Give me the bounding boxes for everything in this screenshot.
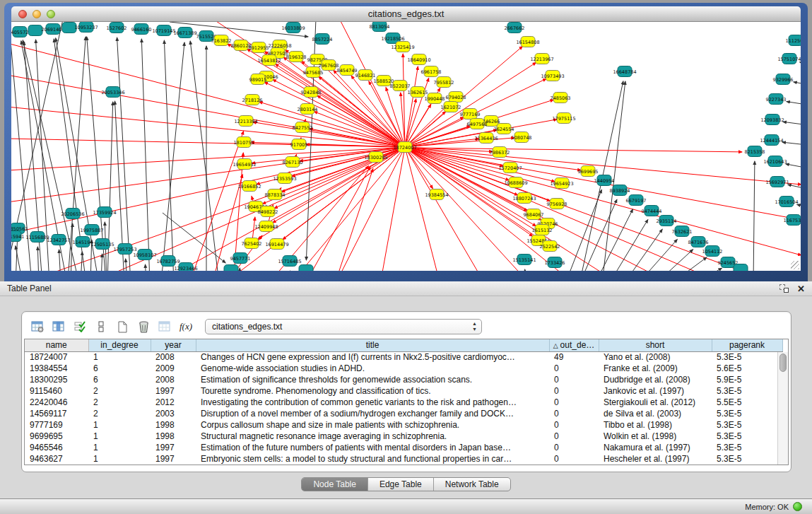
table-cell[interactable]: 5.3E-5 xyxy=(712,453,782,465)
graph-node[interactable]: 9756928 xyxy=(547,199,567,209)
table-row[interactable]: 969969511998Structural magnetic resonanc… xyxy=(25,431,782,442)
table-cell[interactable]: Corpus callosum shape and size in male p… xyxy=(196,419,549,431)
table-cell[interactable]: 2008 xyxy=(151,374,196,385)
citation-network-graph[interactable]: 1405572420691406109532371527602946616010… xyxy=(11,22,801,271)
table-cell[interactable]: 2 xyxy=(88,408,151,419)
graph-node[interactable]: 10953237 xyxy=(74,22,98,33)
graph-node[interactable]: 7955812 xyxy=(434,77,454,88)
table-cell[interactable]: 18724007 xyxy=(25,351,88,363)
table-cell[interactable]: Tourette syndrome. Phenomenology and cla… xyxy=(196,385,549,397)
graph-node[interactable]: 15692971 xyxy=(765,177,789,187)
graph-node[interactable] xyxy=(28,25,42,36)
table-cell[interactable]: 0 xyxy=(549,453,599,465)
graph-node[interactable]: 16914479 xyxy=(265,239,288,250)
graph-node[interactable]: 8454749 xyxy=(337,65,358,76)
graph-node[interactable]: 1733426 xyxy=(545,257,565,268)
graph-node[interactable]: 6794028 xyxy=(446,92,466,103)
graph-node[interactable]: 2935114 xyxy=(657,216,677,226)
table-cell[interactable]: de Silva et al. (2003) xyxy=(599,408,712,419)
graph-node[interactable]: 9466160 xyxy=(131,24,152,35)
graph-node[interactable]: 17359924 xyxy=(93,207,116,218)
table-row[interactable]: 2242004622012Investigating the contribut… xyxy=(25,397,782,408)
table-cell[interactable]: 1 xyxy=(88,431,151,442)
graph-node[interactable]: 7632621 xyxy=(672,226,693,237)
graph-node[interactable]: 16210643 xyxy=(763,156,787,167)
table-cell[interactable]: 5.3E-5 xyxy=(712,385,782,397)
graph-node[interactable]: 1810755 xyxy=(234,137,254,148)
graph-node[interactable]: 19975887 xyxy=(80,225,103,235)
graph-node[interactable]: 10719145 xyxy=(152,25,175,36)
table-cell[interactable]: 1997 xyxy=(151,442,196,453)
graph-node[interactable]: 9457771 xyxy=(230,253,251,264)
table-row[interactable]: 1872400712008Changes of HCN gene express… xyxy=(25,351,782,363)
graph-node[interactable]: 16033809 xyxy=(281,23,305,33)
graph-node[interactable]: 9227343 xyxy=(766,94,787,105)
graph-node[interactable]: 917005 xyxy=(290,139,308,150)
table-cell[interactable]: 5.9E-5 xyxy=(712,374,782,385)
graph-node[interactable]: 1054112 xyxy=(702,246,723,257)
graph-node[interactable]: 8813054 xyxy=(370,22,390,32)
graph-node[interactable]: 12213967 xyxy=(530,54,553,64)
rows-icon[interactable] xyxy=(92,318,110,335)
graph-node[interactable]: 12444154 xyxy=(760,135,783,146)
table-selector-dropdown[interactable]: citations_edges.txt▲▼ xyxy=(205,319,482,334)
graph-node[interactable]: 10688609 xyxy=(504,177,527,188)
table-cell[interactable]: Estimation of the future numbers of pati… xyxy=(196,442,549,453)
graph-node[interactable]: 12353593 xyxy=(273,173,296,184)
graph-node[interactable]: 19654932 xyxy=(233,159,256,170)
new-document-icon[interactable] xyxy=(113,318,131,335)
graph-node[interactable]: 11156889 xyxy=(25,232,49,243)
validate-icon[interactable] xyxy=(71,318,89,335)
table-cell[interactable]: 0 xyxy=(549,408,599,419)
table-row[interactable]: 1938455462009Genome-wide association stu… xyxy=(25,363,782,374)
table-cell[interactable]: Yano et al. (2008) xyxy=(599,351,712,363)
graph-node[interactable]: 1145194 xyxy=(73,237,93,247)
table-cell[interactable]: 1 xyxy=(88,442,151,453)
graph-node[interactable]: 2718126 xyxy=(242,95,263,105)
table-cell[interactable]: 1997 xyxy=(151,453,196,465)
table-cell[interactable]: Franke et al. (2009) xyxy=(599,363,712,374)
graph-node[interactable]: 9146821 xyxy=(355,70,376,81)
function-builder-icon[interactable]: f(x) xyxy=(177,318,195,335)
column-header-out_de[interactable]: △out_de… xyxy=(549,339,599,351)
table-cell[interactable]: Changes of HCN gene expression and I(f) … xyxy=(196,351,549,363)
memory-status-indicator[interactable] xyxy=(793,502,802,511)
delete-icon[interactable] xyxy=(134,318,153,335)
graph-node[interactable]: 19654923 xyxy=(550,178,573,189)
resize-grip-icon[interactable] xyxy=(791,261,799,269)
import-table-icon[interactable] xyxy=(155,318,174,335)
table-cell[interactable]: 6 xyxy=(88,363,151,374)
table-cell[interactable]: 0 xyxy=(549,385,599,397)
table-cell[interactable]: 0 xyxy=(549,419,599,431)
column-header-in_degree[interactable]: in_degree xyxy=(88,339,151,351)
table-row[interactable]: 977716911998Corpus callosum shape and si… xyxy=(25,419,782,431)
table-cell[interactable]: 49 xyxy=(549,351,599,363)
network-window-titlebar[interactable]: citations_edges.txt xyxy=(11,6,801,22)
graph-node[interactable]: 15135141 xyxy=(512,255,536,265)
graph-node[interactable]: 16154808 xyxy=(516,37,539,47)
graph-node[interactable]: 1621072 xyxy=(441,102,461,112)
table-cell[interactable]: Structural magnetic resonance image aver… xyxy=(196,431,549,442)
column-header-year[interactable]: year xyxy=(151,339,196,351)
graph-node[interactable]: 6961758 xyxy=(421,66,442,77)
table-cell[interactable]: Stergiakouli et al. (2012) xyxy=(599,397,712,408)
graph-node[interactable]: 9475685 xyxy=(303,67,324,78)
graph-node[interactable]: 1112504 xyxy=(786,35,801,46)
graph-node[interactable]: 8912955 xyxy=(249,42,269,53)
table-cell[interactable]: Dudbridge et al. (2008) xyxy=(599,374,712,385)
table-cell[interactable]: 1997 xyxy=(151,385,196,397)
graph-node[interactable]: 7986372 xyxy=(490,147,510,158)
table-cell[interactable]: 9463627 xyxy=(25,453,88,465)
table-cell[interactable]: 9699695 xyxy=(25,431,88,442)
graph-node[interactable]: 9474444 xyxy=(642,206,662,216)
table-cell[interactable]: 1 xyxy=(88,453,151,465)
scrollbar-thumb[interactable] xyxy=(779,354,787,372)
minimize-button[interactable] xyxy=(33,10,41,18)
table-row[interactable]: 1456911722003Disruption of a novel membe… xyxy=(25,408,782,419)
table-columns-icon[interactable] xyxy=(49,318,68,335)
table-cell[interactable]: 5.3E-5 xyxy=(712,408,782,419)
table-cell[interactable]: 5.3E-5 xyxy=(712,419,782,431)
table-scrollbar[interactable] xyxy=(777,352,788,465)
float-window-icon[interactable] xyxy=(779,284,789,293)
tab-edge-table[interactable]: Edge Table xyxy=(368,478,434,491)
